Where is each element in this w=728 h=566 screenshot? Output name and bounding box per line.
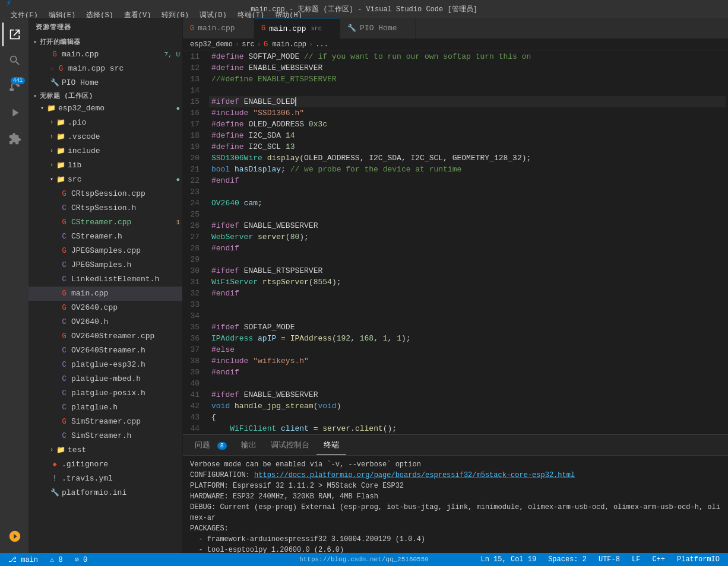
terminal-link[interactable]: https://docs.platformio.org/page/boards/… <box>254 471 575 479</box>
breadcrumb-esp32-demo[interactable]: esp32_demo <box>190 40 233 49</box>
open-editor-pio-home[interactable]: 🔧 PIO Home <box>29 76 182 90</box>
activity-run[interactable] <box>2 101 26 125</box>
open-editors-chevron: ▾ <box>33 39 37 46</box>
file-travis[interactable]: ! .travis.yml <box>29 472 182 486</box>
folder-src[interactable]: ▾ 📁 src ● <box>29 173 182 187</box>
file-ov2640-h[interactable]: C OV2640.h <box>29 315 182 329</box>
workspace-section[interactable]: ▾ 无标题 (工作区) <box>29 90 182 101</box>
terminal-line: Verbose mode can be enabled via `-v, --v… <box>190 459 721 470</box>
folder-icon: 📁 <box>56 173 65 186</box>
status-encoding[interactable]: UTF-8 <box>596 555 622 564</box>
git-icon: ◆ <box>50 458 59 471</box>
tab-main-cpp[interactable]: G main.cpp ✕ <box>183 18 254 39</box>
file-jpeg-cpp[interactable]: G JPEGSamples.cpp <box>29 244 182 258</box>
open-editor-pio-label: PIO Home <box>62 77 182 90</box>
folder-pio[interactable]: › 📁 .pio <box>29 116 182 130</box>
sidebar: 资源管理器 ▾ 打开的编辑器 G main.cpp 7, U ✕ G main.… <box>29 18 183 553</box>
panel-tab-output[interactable]: 输出 <box>234 436 264 454</box>
breadcrumb-src[interactable]: src <box>242 40 255 49</box>
file-platformio-ini[interactable]: 🔧 platformio.ini <box>29 486 182 500</box>
file-simstreamer-h[interactable]: C SimStreamer.h <box>29 429 182 443</box>
code-line-35: #ifdef SOFTAP_MODE <box>209 322 726 333</box>
file-ov2640streamer-h[interactable]: C OV2640Streamer.h <box>29 344 182 358</box>
file-platformio-ini-label: platformio.ini <box>62 486 182 500</box>
code-line-38: #include "wifikeys.h" <box>209 355 726 367</box>
code-line-21: bool hasDisplay; // we probe for the dev… <box>209 164 726 175</box>
g-file-icon: G <box>59 301 69 314</box>
status-cursor-pos[interactable]: Ln 15, Col 19 <box>479 555 539 564</box>
status-line-ending[interactable]: LF <box>629 555 642 564</box>
folder-esp32-demo[interactable]: ▾ 📁 esp32_demo ● <box>29 101 182 116</box>
breadcrumb-ellipsis[interactable]: ... <box>315 40 328 49</box>
status-errors[interactable]: ⊘ 0 <box>72 555 90 564</box>
status-spaces[interactable]: Spaces: 2 <box>546 555 589 564</box>
file-cstreamer-h[interactable]: C CStreamer.h <box>29 230 182 244</box>
folder-chevron: › <box>50 159 53 172</box>
file-platglue-posix-h[interactable]: C platglue-posix.h <box>29 386 182 400</box>
code-line-40 <box>209 378 726 389</box>
code-line-16: #include "SSD1306.h" <box>209 107 726 119</box>
editor-area: G main.cpp ✕ G main.cpp src ✕ 🔧 PIO Home… <box>183 18 728 553</box>
folder-lib-label: lib <box>68 159 182 172</box>
tab-pio-home[interactable]: 🔧 PIO Home ✕ <box>340 18 416 39</box>
folder-test[interactable]: › 📁 test <box>29 443 182 457</box>
file-platglue-mbed-h[interactable]: C platglue-mbed.h <box>29 372 182 386</box>
folder-chevron: ▾ <box>50 173 53 186</box>
panel: 问题 8 输出 调试控制台 终端 Verbose mode can be ena… <box>183 434 728 553</box>
folder-lib[interactable]: › 📁 lib <box>29 158 182 173</box>
folder-include[interactable]: › 📁 include <box>29 144 182 158</box>
c-file-icon: C <box>59 387 69 400</box>
tab-pio-home-label: PIO Home <box>360 24 397 33</box>
activity-source-control[interactable]: 441 <box>2 75 26 98</box>
travis-icon: ! <box>50 472 59 485</box>
c-file-icon: C <box>59 358 69 371</box>
activity-extensions[interactable] <box>2 127 26 151</box>
status-bar-left: ⎇ main ⚠ 8 ⊘ 0 <box>6 555 90 564</box>
status-language[interactable]: C++ <box>650 555 667 564</box>
status-warnings[interactable]: ⚠ 8 <box>48 555 65 564</box>
editor-panel-container: 1112131415 1617181920 2122232425 2627282… <box>183 51 728 553</box>
file-crtsp-cpp[interactable]: G CRtspSession.cpp <box>29 187 182 201</box>
c-file-icon: C <box>59 373 69 386</box>
status-branch[interactable]: ⎇ main <box>6 555 40 564</box>
open-editor-main-cpp-src-label: main.cpp src <box>68 62 182 75</box>
code-content[interactable]: #define SOFTAP_MODE // if you want to ru… <box>207 51 728 434</box>
code-line-26: #ifdef ENABLE_WEBSERVER <box>209 220 726 231</box>
code-editor[interactable]: 1112131415 1617181920 2122232425 2627282… <box>183 51 728 434</box>
file-gitignore[interactable]: ◆ .gitignore <box>29 457 182 472</box>
breadcrumb-main-cpp[interactable]: G main.cpp <box>264 40 306 49</box>
file-platglue-esp32-h[interactable]: C platglue-esp32.h <box>29 358 182 372</box>
status-bar: ⎇ main ⚠ 8 ⊘ 0 https://blog.csdn.net/qq_… <box>0 553 728 566</box>
file-jpeg-h[interactable]: C JPEGSamples.h <box>29 258 182 272</box>
file-ov2640-cpp[interactable]: G OV2640.cpp <box>29 301 182 315</box>
panel-tab-terminal[interactable]: 终端 <box>316 436 346 454</box>
open-editors-section[interactable]: ▾ 打开的编辑器 <box>29 36 182 47</box>
activity-platformio[interactable] <box>2 524 26 548</box>
file-platglue-h[interactable]: C platglue.h <box>29 400 182 415</box>
tab-main-cpp-label: main.cpp <box>198 24 235 33</box>
panel-tabs: 问题 8 输出 调试控制台 终端 <box>183 435 728 456</box>
terminal-content[interactable]: Verbose mode can be enabled via `-v, --v… <box>183 456 728 553</box>
file-main-cpp[interactable]: G main.cpp <box>29 287 182 301</box>
activity-explorer[interactable] <box>2 23 26 46</box>
breadcrumb-sep-1: › <box>235 40 239 49</box>
code-line-22: #endif <box>209 175 726 186</box>
file-simstreamer-cpp[interactable]: G SimStreamer.cpp <box>29 415 182 429</box>
folder-chevron: › <box>50 444 53 457</box>
file-linkedlist-h[interactable]: C LinkedListElement.h <box>29 272 182 287</box>
open-editor-main-cpp[interactable]: G main.cpp 7, U <box>29 47 182 62</box>
file-travis-label: .travis.yml <box>62 472 182 485</box>
panel-tab-debug-console[interactable]: 调试控制台 <box>264 436 316 454</box>
status-platformio[interactable]: PlatformIO <box>675 555 722 564</box>
file-crtsp-h[interactable]: C CRtspSession.h <box>29 201 182 215</box>
open-editor-main-cpp-src[interactable]: ✕ G main.cpp src <box>29 62 182 76</box>
file-cstreamer-cpp[interactable]: G CStreamer.cpp 1 <box>29 215 182 230</box>
panel-tab-problems[interactable]: 问题 8 <box>188 436 234 454</box>
activity-search[interactable] <box>2 49 26 72</box>
code-line-13: //#define ENABLE_RTSPSERVER <box>209 74 726 85</box>
folder-vscode[interactable]: › 📁 .vscode <box>29 130 182 144</box>
code-line-25 <box>209 209 726 220</box>
file-ov2640streamer-cpp[interactable]: G OV2640Streamer.cpp <box>29 329 182 344</box>
terminal-line: PACKAGES: <box>190 523 721 534</box>
tab-main-cpp-src[interactable]: G main.cpp src ✕ <box>254 18 340 39</box>
